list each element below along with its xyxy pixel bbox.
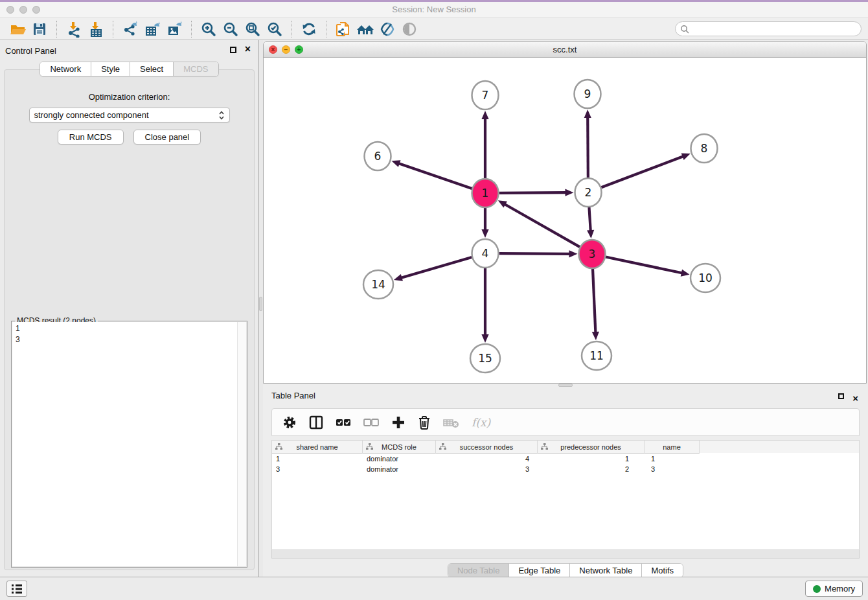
select-all-icon[interactable] xyxy=(335,415,352,430)
import-table-icon[interactable] xyxy=(85,20,107,38)
svg-text:2: 2 xyxy=(585,186,592,199)
cell-successor-nodes[interactable]: 4 xyxy=(436,455,538,463)
table-header-row: shared name MCDS role successor nodes xyxy=(272,441,859,454)
column-header-shared-name[interactable]: shared name xyxy=(272,441,363,454)
splitter-grip[interactable] xyxy=(259,297,262,311)
columns-icon[interactable] xyxy=(308,415,324,430)
criterion-dropdown[interactable]: strongly connected component xyxy=(29,108,230,122)
network-graph-svg[interactable]: 7968124314101511 xyxy=(264,58,865,384)
svg-text:4: 4 xyxy=(482,247,489,260)
refresh-icon[interactable] xyxy=(298,20,320,38)
column-header-name[interactable]: name xyxy=(645,441,700,454)
column-header-predecessor-nodes[interactable]: predecessor nodes xyxy=(538,441,645,454)
graph-node-3[interactable]: 3 xyxy=(579,240,606,268)
export-image-icon[interactable] xyxy=(163,20,185,38)
open-session-icon[interactable] xyxy=(6,20,29,38)
table-panel: Table Panel × xyxy=(263,387,868,577)
deselect-all-icon[interactable] xyxy=(363,415,380,430)
gear-icon[interactable] xyxy=(282,415,297,430)
svg-text:15: 15 xyxy=(478,352,492,365)
tab-network-table[interactable]: Network Table xyxy=(570,564,642,577)
tab-style[interactable]: Style xyxy=(91,62,130,76)
table-row[interactable]: 3 dominator 3 2 3 xyxy=(272,464,859,474)
splitter-grip[interactable] xyxy=(558,384,573,387)
tab-mcds[interactable]: MCDS xyxy=(174,62,218,76)
main-toolbar xyxy=(0,17,868,40)
float-panel-icon[interactable] xyxy=(838,393,844,399)
cell-shared-name[interactable]: 3 xyxy=(272,465,363,473)
search-input[interactable] xyxy=(692,25,856,34)
graph-node-7[interactable]: 7 xyxy=(472,81,499,110)
table-horizontal-scrollbar[interactable] xyxy=(271,550,860,559)
svg-text:3: 3 xyxy=(589,248,596,260)
traffic-lights xyxy=(6,6,40,14)
graph-node-9[interactable]: 9 xyxy=(575,80,601,108)
network-minimize-button[interactable]: − xyxy=(282,45,290,54)
graph-node-6[interactable]: 6 xyxy=(365,142,391,170)
run-mcds-button[interactable]: Run MCDS xyxy=(58,130,124,144)
close-window-button[interactable] xyxy=(6,6,14,14)
tab-select[interactable]: Select xyxy=(130,62,174,76)
memory-button[interactable]: Memory xyxy=(805,581,863,597)
close-panel-button[interactable]: Close panel xyxy=(133,130,201,144)
network-zoom-button[interactable]: + xyxy=(295,45,303,54)
network-close-button[interactable]: × xyxy=(269,45,277,54)
list-icon xyxy=(10,583,23,595)
home-icon[interactable] xyxy=(354,20,376,38)
cell-name[interactable]: 3 xyxy=(645,465,700,473)
toolbar-separator xyxy=(113,21,113,38)
column-flag-icon xyxy=(275,443,282,452)
import-network-icon[interactable] xyxy=(63,20,85,38)
clone-network-icon[interactable] xyxy=(332,20,354,38)
column-flag-icon xyxy=(541,443,548,452)
result-scrollbar[interactable] xyxy=(237,322,246,566)
svg-text:9: 9 xyxy=(584,87,591,100)
search-box[interactable] xyxy=(675,21,862,36)
cell-successor-nodes[interactable]: 3 xyxy=(436,465,538,473)
graphics-details-icon[interactable] xyxy=(376,20,398,38)
tab-edge-table[interactable]: Edge Table xyxy=(509,564,570,577)
table-toolbar: f(x) xyxy=(271,408,860,436)
mcds-result-list[interactable]: 1 3 xyxy=(12,322,246,566)
cell-mcds-role[interactable]: dominator xyxy=(363,465,436,473)
svg-text:8: 8 xyxy=(701,142,708,155)
zoom-window-button[interactable] xyxy=(32,6,40,14)
zoom-in-icon[interactable] xyxy=(198,20,220,38)
cell-predecessor-nodes[interactable]: 2 xyxy=(538,465,645,473)
save-session-icon[interactable] xyxy=(29,20,51,38)
graph-node-10[interactable]: 10 xyxy=(691,264,720,292)
minimize-window-button[interactable] xyxy=(19,6,27,14)
column-header-successor-nodes[interactable]: successor nodes xyxy=(436,441,538,454)
mcds-buttons: Run MCDS Close panel xyxy=(5,130,254,144)
cell-mcds-role[interactable]: dominator xyxy=(363,455,436,463)
zoom-selected-icon[interactable] xyxy=(264,20,286,38)
graph-node-1[interactable]: 1 xyxy=(472,179,499,207)
tab-motifs[interactable]: Motifs xyxy=(642,564,683,577)
graph-node-2[interactable]: 2 xyxy=(575,178,602,207)
memory-label: Memory xyxy=(825,584,855,594)
graph-node-8[interactable]: 8 xyxy=(691,134,718,163)
export-network-icon[interactable] xyxy=(119,20,141,38)
close-panel-icon[interactable]: × xyxy=(852,390,858,407)
cell-predecessor-nodes[interactable]: 1 xyxy=(538,455,645,463)
graph-node-4[interactable]: 4 xyxy=(472,239,499,268)
add-icon[interactable] xyxy=(391,415,406,430)
tab-node-table[interactable]: Node Table xyxy=(448,564,510,577)
cell-shared-name[interactable]: 1 xyxy=(272,455,363,463)
float-panel-icon[interactable] xyxy=(230,47,236,53)
control-panel: Control Panel × Network Style Select MCD… xyxy=(0,40,259,577)
zoom-out-icon[interactable] xyxy=(220,20,242,38)
task-history-button[interactable] xyxy=(6,581,27,597)
trash-icon[interactable] xyxy=(417,415,431,430)
zoom-fit-icon[interactable] xyxy=(242,20,264,38)
export-table-icon[interactable] xyxy=(141,20,163,38)
graph-node-14[interactable]: 14 xyxy=(363,270,393,299)
graph-node-15[interactable]: 15 xyxy=(470,344,500,373)
close-panel-icon[interactable]: × xyxy=(245,43,251,55)
cell-name[interactable]: 1 xyxy=(645,455,700,463)
table-row[interactable]: 1 dominator 4 1 1 xyxy=(272,454,859,464)
toolbar-separator xyxy=(191,21,192,38)
column-header-mcds-role[interactable]: MCDS role xyxy=(363,441,436,454)
graph-node-11[interactable]: 11 xyxy=(582,341,611,370)
tab-network[interactable]: Network xyxy=(40,62,91,76)
